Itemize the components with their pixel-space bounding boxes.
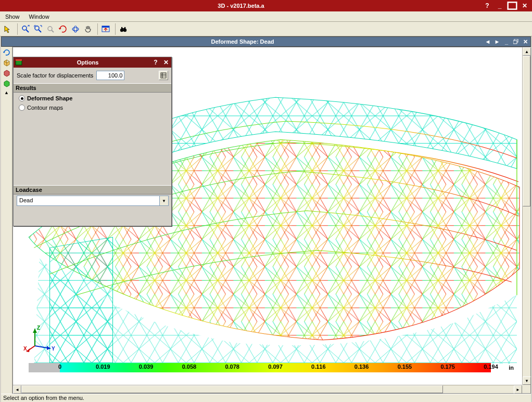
svg-rect-27 bbox=[16, 60, 22, 65]
svg-point-1 bbox=[22, 26, 27, 30]
chevron-down-icon[interactable]: ▼ bbox=[159, 196, 168, 205]
mdi-client: Deformed Shape: Dead ◄ ► _ ✕ ▲ bbox=[1, 36, 531, 394]
menu-show[interactable]: Show bbox=[2, 12, 23, 21]
svg-point-8 bbox=[74, 26, 77, 32]
child-next-button[interactable]: ► bbox=[493, 38, 501, 45]
loadcase-select[interactable]: Dead ▼ bbox=[17, 196, 169, 206]
view-plan-icon[interactable] bbox=[2, 69, 11, 78]
zoom-extents-icon[interactable] bbox=[32, 23, 44, 35]
menubar: Show Window bbox=[0, 11, 532, 22]
svg-rect-17 bbox=[513, 41, 517, 44]
svg-text:Y: Y bbox=[52, 346, 55, 352]
scroll-corner bbox=[522, 385, 530, 393]
svg-rect-28 bbox=[16, 59, 22, 61]
svg-point-7 bbox=[72, 28, 79, 31]
status-text: Select an option from the menu. bbox=[3, 395, 84, 401]
menu-window[interactable]: Window bbox=[26, 12, 53, 21]
scale-factor-more-button[interactable] bbox=[159, 71, 168, 80]
svg-point-3 bbox=[35, 26, 39, 30]
svg-line-4 bbox=[39, 30, 41, 32]
scroll-thumb[interactable] bbox=[21, 385, 443, 393]
radio-deformed-shape[interactable]: Deformed Shape bbox=[17, 94, 168, 103]
svg-rect-29 bbox=[161, 73, 166, 78]
options-dialog-icon bbox=[15, 58, 23, 67]
colorbar bbox=[29, 363, 491, 372]
scroll-right-button[interactable]: ► bbox=[514, 385, 522, 394]
radio-icon bbox=[19, 105, 25, 111]
svg-rect-15 bbox=[122, 28, 124, 29]
vertical-scrollbar[interactable]: ▲ ▼ bbox=[522, 47, 530, 385]
pan-icon[interactable] bbox=[82, 23, 94, 35]
loadcase-value: Dead bbox=[17, 196, 159, 205]
side-collapse-icon[interactable]: ▲ bbox=[2, 89, 11, 96]
zoom-window-icon[interactable] bbox=[45, 23, 56, 35]
svg-rect-14 bbox=[124, 27, 125, 30]
radio-icon bbox=[19, 95, 25, 101]
rotate-icon[interactable] bbox=[57, 23, 69, 35]
svg-text:X: X bbox=[23, 346, 27, 352]
app-titlebar: 3D - v2017.beta.a ? _ ✕ bbox=[0, 0, 532, 11]
child-minimize-button[interactable]: _ bbox=[502, 38, 511, 45]
close-button[interactable]: ✕ bbox=[520, 2, 530, 10]
child-close-button[interactable]: ✕ bbox=[521, 38, 529, 45]
binoculars-icon[interactable] bbox=[118, 23, 129, 35]
viewport: X Y Z 00.0190.0390.0580.0780.0970.1160.1… bbox=[12, 47, 531, 394]
main-toolbar bbox=[0, 22, 532, 36]
svg-line-2 bbox=[26, 30, 29, 32]
options-dialog-titlebar[interactable]: Options ? ✕ bbox=[14, 57, 171, 68]
radio-contour-label: Contour maps bbox=[27, 105, 63, 111]
child-window-title: Deformed Shape: Dead bbox=[2, 38, 484, 45]
radio-deformed-label: Deformed Shape bbox=[27, 95, 72, 101]
svg-marker-25 bbox=[33, 329, 37, 333]
scale-factor-label: Scale factor for displacements bbox=[17, 72, 93, 79]
app-title: 3D - v2017.beta.a bbox=[0, 3, 482, 9]
dynamic-zoom-icon[interactable] bbox=[20, 23, 31, 35]
svg-marker-19 bbox=[27, 348, 30, 352]
help-button[interactable]: ? bbox=[482, 2, 492, 10]
maximize-button[interactable] bbox=[507, 2, 517, 10]
scroll-left-button[interactable]: ◄ bbox=[13, 385, 21, 394]
svg-rect-10 bbox=[102, 26, 109, 28]
loadcase-section-header: Loadcase bbox=[14, 185, 171, 194]
view-persp-icon[interactable] bbox=[2, 79, 11, 88]
scroll-down-button[interactable]: ▼ bbox=[523, 377, 531, 385]
svg-rect-0 bbox=[508, 2, 517, 9]
statusbar: Select an option from the menu. bbox=[1, 394, 531, 402]
child-prev-button[interactable]: ◄ bbox=[484, 38, 492, 45]
minimize-button[interactable]: _ bbox=[495, 2, 505, 10]
svg-line-6 bbox=[52, 30, 54, 32]
radio-contour-maps[interactable]: Contour maps bbox=[17, 103, 168, 112]
side-toolbar: ▲ bbox=[1, 47, 12, 394]
refresh-icon[interactable] bbox=[2, 48, 11, 57]
arrow-tool-icon[interactable] bbox=[2, 23, 14, 35]
child-window-titlebar: Deformed Shape: Dead ◄ ► _ ✕ bbox=[1, 36, 531, 47]
view-iso-icon[interactable] bbox=[2, 58, 11, 68]
fit-window-icon[interactable] bbox=[100, 23, 111, 35]
viewport-canvas[interactable]: X Y Z 00.0190.0390.0580.0780.0970.1160.1… bbox=[13, 47, 522, 385]
svg-rect-13 bbox=[121, 27, 122, 30]
options-dialog: Options ? ✕ Scale factor for displacemen… bbox=[13, 57, 172, 226]
results-section-header: Results bbox=[14, 83, 171, 93]
scroll-thumb[interactable] bbox=[523, 56, 530, 206]
scroll-up-button[interactable]: ▲ bbox=[523, 47, 531, 56]
axis-triad: X Y Z bbox=[23, 322, 60, 354]
horizontal-scrollbar[interactable]: ◄ ► bbox=[13, 385, 522, 393]
svg-text:Z: Z bbox=[37, 325, 40, 331]
dialog-help-button[interactable]: ? bbox=[151, 59, 160, 66]
child-restore-button[interactable] bbox=[512, 38, 520, 45]
svg-point-5 bbox=[48, 27, 52, 31]
colorbar-unit: in bbox=[509, 363, 514, 372]
dialog-close-button[interactable]: ✕ bbox=[162, 59, 170, 66]
orbit-icon[interactable] bbox=[70, 23, 81, 35]
options-dialog-title: Options bbox=[24, 59, 151, 66]
scale-factor-input[interactable] bbox=[96, 71, 124, 80]
